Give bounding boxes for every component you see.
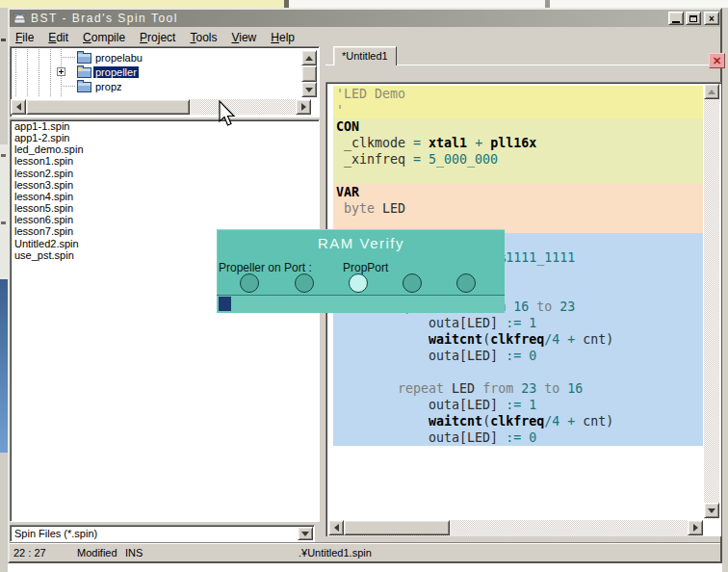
app-icon bbox=[13, 12, 27, 25]
background-mark2 bbox=[545, 0, 550, 8]
file-list: app1-1.spinapp1-2.spinled_demo.spinlesso… bbox=[10, 119, 320, 522]
menu-tools[interactable]: Tools bbox=[184, 30, 222, 45]
led-indicator-4 bbox=[403, 273, 422, 293]
editor-hscrollbar-thumb[interactable] bbox=[344, 520, 450, 535]
file-item[interactable]: lesson2.spin bbox=[11, 168, 319, 179]
tree-item-propeller[interactable]: propeller bbox=[11, 65, 299, 79]
background-speck bbox=[1, 39, 6, 41]
background-strip-left-blue bbox=[0, 279, 8, 453]
maximize-button[interactable] bbox=[686, 12, 701, 25]
tree-vscrollbar-thumb[interactable] bbox=[301, 65, 317, 82]
folder-icon bbox=[77, 80, 92, 92]
menu-help[interactable]: Help bbox=[265, 30, 300, 45]
file-item[interactable]: led_demo.spin bbox=[11, 143, 319, 155]
close-button[interactable]: × bbox=[704, 12, 719, 25]
code-line[interactable]: 'LED Demo bbox=[333, 86, 405, 102]
tab-close-button[interactable]: ✕ bbox=[709, 53, 725, 68]
code-line[interactable]: _xinfreq = 5_000_000 bbox=[333, 151, 498, 168]
led-indicator-1 bbox=[240, 273, 259, 293]
propport-label: PropPort bbox=[343, 261, 388, 274]
code-line[interactable] bbox=[333, 168, 336, 184]
port-label: Propeller on Port : bbox=[219, 261, 312, 274]
background-strip-top-yellow bbox=[0, 0, 284, 8]
combo-dropdown-button[interactable] bbox=[298, 527, 313, 540]
file-item[interactable]: lesson4.spin bbox=[11, 191, 319, 202]
editor-vscrollbar[interactable] bbox=[704, 84, 720, 519]
screen: BST - Brad's Spin Tool × File Edit Compi… bbox=[0, 0, 728, 572]
minimize-button[interactable] bbox=[668, 12, 684, 25]
background-speck bbox=[1, 221, 6, 224]
menu-edit[interactable]: Edit bbox=[42, 30, 74, 45]
ram-progress-bar bbox=[217, 296, 505, 313]
mouse-cursor bbox=[219, 100, 238, 129]
code-line[interactable]: VAR bbox=[333, 184, 359, 200]
code-line[interactable]: waitcnt(clkfreq/4 + cnt) bbox=[333, 331, 613, 348]
editor-hscrollbar[interactable] bbox=[328, 520, 703, 536]
tab-untitled1[interactable]: *Untitled1 bbox=[333, 46, 397, 65]
tree-hscrollbar[interactable] bbox=[11, 99, 311, 115]
status-bar: 22 : 27 Modified INS .¥Untitled1.spin bbox=[10, 542, 720, 561]
tree-item-propz[interactable]: propz bbox=[11, 79, 299, 93]
title-bar[interactable]: BST - Brad's Spin Tool bbox=[10, 10, 720, 27]
tree-hscrollbar-thumb[interactable] bbox=[26, 99, 190, 115]
status-position: 22 : 27 bbox=[13, 547, 46, 559]
code-line[interactable]: outa[LED] := 0 bbox=[333, 348, 536, 364]
code-line[interactable]: repeat LED from 23 to 16 bbox=[333, 380, 583, 397]
code-line[interactable]: byte LED bbox=[333, 200, 405, 217]
background-strip-left-white bbox=[0, 144, 8, 279]
status-mode: INS bbox=[125, 547, 143, 559]
background-mark bbox=[284, 0, 289, 8]
window-title: BST - Brad's Spin Tool bbox=[31, 12, 178, 25]
file-filter-combobox[interactable]: Spin Files (*.spin) bbox=[10, 525, 315, 542]
file-item[interactable]: lesson1.spin bbox=[11, 155, 319, 167]
menu-project[interactable]: Project bbox=[134, 30, 181, 45]
ram-dialog-title: RAM Verify bbox=[218, 235, 505, 251]
tree-vscrollbar[interactable] bbox=[301, 50, 317, 99]
tab-bar: *Untitled1 bbox=[325, 46, 720, 65]
combo-value: Spin Files (*.spin) bbox=[14, 528, 97, 539]
expand-icon[interactable] bbox=[57, 67, 65, 76]
code-line[interactable]: waitcnt(clkfreq/4 + cnt) bbox=[333, 413, 613, 429]
code-line[interactable]: ' bbox=[333, 102, 344, 118]
menu-compile[interactable]: Compile bbox=[77, 30, 131, 45]
code-line[interactable]: outa[LED] := 0 bbox=[333, 429, 536, 446]
ram-verify-dialog: RAM Verify Propeller on Port : PropPort bbox=[217, 229, 505, 313]
led-indicator-2 bbox=[295, 273, 314, 293]
project-tree: propelabu propeller propz bbox=[10, 46, 320, 117]
code-line[interactable]: outa[LED] := 1 bbox=[333, 315, 536, 331]
status-filename: .¥Untitled1.spin bbox=[299, 547, 372, 559]
menu-file[interactable]: File bbox=[10, 30, 39, 45]
menu-bar: File Edit Compile Project Tools View Hel… bbox=[10, 28, 720, 46]
status-modified: Modified bbox=[77, 547, 117, 559]
folder-icon bbox=[77, 51, 92, 64]
file-item[interactable]: lesson3.spin bbox=[11, 179, 319, 191]
code-line[interactable] bbox=[333, 364, 336, 380]
file-item[interactable]: lesson6.spin bbox=[11, 214, 319, 225]
code-line[interactable]: _clkmode = xtal1 + pll16x bbox=[333, 135, 536, 151]
tree-item-propelabu[interactable]: propelabu bbox=[11, 50, 299, 65]
background-speck bbox=[1, 154, 6, 157]
file-item[interactable]: app1-2.spin bbox=[11, 132, 319, 143]
menu-view[interactable]: View bbox=[225, 30, 262, 45]
code-line[interactable]: CON bbox=[333, 118, 359, 135]
folder-icon bbox=[77, 65, 92, 78]
led-indicator-5 bbox=[456, 273, 476, 293]
file-item[interactable]: lesson5.spin bbox=[11, 202, 319, 214]
led-indicator-3 bbox=[349, 273, 368, 293]
background-strip-right bbox=[722, 8, 728, 572]
ram-progress-fill bbox=[219, 297, 231, 311]
file-item[interactable]: app1-1.spin bbox=[11, 120, 319, 132]
code-line[interactable]: outa[LED] := 1 bbox=[333, 397, 536, 413]
ram-dialog-body: RAM Verify Propeller on Port : PropPort bbox=[217, 229, 505, 295]
